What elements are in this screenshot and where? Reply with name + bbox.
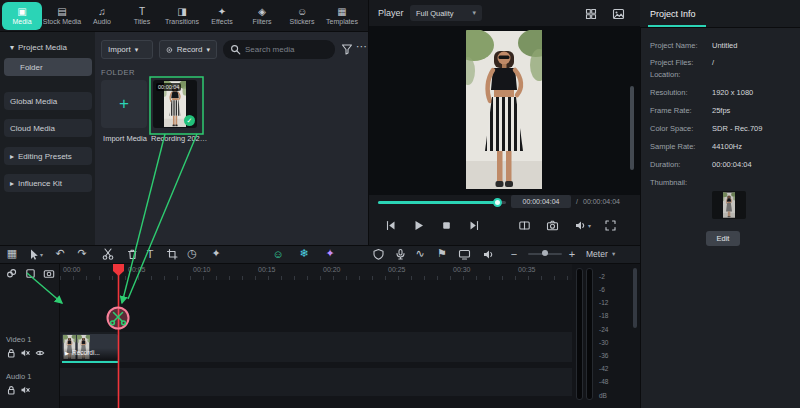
more-options-icon[interactable]: ⋯ (356, 40, 367, 53)
add-text-icon[interactable]: T (142, 246, 158, 261)
player-quality-dropdown[interactable]: Full Quality ▾ (410, 5, 482, 21)
magic-wand-icon[interactable]: ✦ (208, 246, 224, 261)
meter-scale-label: -24 (599, 326, 608, 333)
meter-scale-label: -6 (599, 286, 605, 293)
chevron-down-icon: ▾ (206, 46, 210, 54)
lock-track-icon[interactable] (6, 348, 16, 358)
chevron-down-icon[interactable]: ▾ (612, 250, 615, 258)
tab-label: Audio (93, 18, 111, 25)
export-frame-icon[interactable] (458, 248, 471, 261)
video-track-label: Video 1 (6, 335, 31, 344)
field-value: Untitled (712, 41, 737, 50)
lock-track-icon[interactable] (6, 385, 16, 395)
seek-bar-handle[interactable] (493, 198, 502, 207)
field-label: Location: (650, 70, 680, 79)
ruler-label: 00:15 (258, 266, 276, 273)
preview-image-icon[interactable] (612, 8, 625, 20)
meter-scale-label: -2 (599, 273, 605, 280)
step-backward-button[interactable] (384, 219, 397, 232)
mute-track-icon[interactable] (20, 385, 31, 395)
sidebar-item-folder[interactable]: Folder (4, 58, 92, 76)
microphone-icon[interactable] (394, 248, 407, 261)
filter-icon[interactable] (341, 43, 353, 55)
redo-icon[interactable]: ↷ (74, 246, 90, 261)
tab-filters[interactable]: ◈Filters (242, 2, 282, 30)
chevron-right-icon: ▸ (10, 179, 14, 188)
field-label: Sample Rate: (650, 142, 695, 151)
audio-track-lane[interactable] (60, 368, 572, 396)
undo-icon[interactable]: ↶ (52, 246, 68, 261)
ruler-label: 00:35 (518, 266, 536, 273)
meter-scale-label: -18 (599, 312, 608, 319)
crop-icon[interactable] (166, 248, 178, 260)
snapshot-camera-icon[interactable] (546, 219, 559, 232)
ruler-label: 00:10 (193, 266, 211, 273)
folder-heading: FOLDER (101, 68, 135, 77)
project-info-title[interactable]: Project Info (650, 9, 696, 19)
fullscreen-icon[interactable] (604, 219, 617, 232)
chevron-right-icon: ▸ (10, 152, 14, 161)
tab-stock-media[interactable]: ▤Stock Media (42, 2, 82, 30)
zoom-slider-handle[interactable] (542, 250, 548, 256)
field-value: 1920 x 1080 (712, 88, 753, 97)
meter-dropdown[interactable]: Meter (586, 249, 608, 259)
sidebar-item-cloud-media[interactable]: Cloud Media (4, 119, 92, 137)
edit-button[interactable]: Edit (706, 231, 740, 246)
sidebar-item-influence-kit[interactable]: ▸Influence Kit (4, 174, 92, 192)
split-view-icon[interactable] (585, 8, 597, 20)
sticker-emoji-icon[interactable]: ☺ (270, 246, 286, 261)
zoom-out-icon[interactable]: − (506, 246, 522, 261)
sidebar-item-label: Cloud Media (10, 124, 55, 133)
mask-shield-icon[interactable] (372, 248, 385, 260)
tab-audio[interactable]: ♫Audio (82, 2, 122, 30)
chevron-down-icon[interactable]: ▾ (588, 222, 591, 229)
hide-track-eye-icon[interactable] (35, 349, 45, 357)
video-track-lane[interactable] (60, 332, 572, 362)
field-label: Project Name: (650, 41, 698, 50)
meter-scale-label: -48 (599, 378, 608, 385)
chevron-down-icon: ▾ (10, 43, 14, 52)
record-preview-icon[interactable] (43, 268, 55, 279)
audio-wave-icon[interactable]: ∿ (412, 246, 428, 261)
zoom-in-icon[interactable]: + (564, 246, 580, 261)
freeze-frame-icon[interactable]: ❄ (296, 246, 312, 261)
speed-icon[interactable]: ◷ (184, 246, 200, 261)
panel-scrollbar[interactable] (630, 86, 634, 170)
clip-selection-underline (62, 361, 118, 363)
media-item-thumbnail[interactable]: 00:00:04 ✓ (153, 80, 197, 128)
select-tool-icon[interactable] (27, 248, 39, 260)
sidebar-item-global-media[interactable]: Global Media (4, 92, 92, 110)
field-label: Frame Rate: (650, 106, 692, 115)
import-media-tile[interactable]: + (101, 80, 147, 128)
marker-flag-icon[interactable]: ⚑ (434, 246, 450, 261)
sidebar-item-project-media[interactable]: ▾Project Media (4, 38, 92, 56)
media-item-name[interactable]: Recording 2025... (151, 134, 209, 143)
link-clips-icon[interactable] (6, 268, 17, 279)
timeline-clip[interactable]: ▶ Recordi... (62, 334, 118, 360)
tab-templates[interactable]: ▦Templates (322, 2, 362, 30)
timeline-scrollbar[interactable] (633, 268, 637, 328)
tab-media[interactable]: ▣Media (2, 2, 42, 30)
mute-track-icon[interactable] (20, 348, 31, 358)
timeline-speaker-icon[interactable] (482, 248, 495, 261)
track-box-icon[interactable] (25, 268, 36, 279)
import-button[interactable]: Import▾ (101, 40, 153, 59)
compare-view-icon[interactable] (518, 219, 531, 232)
delete-icon[interactable] (126, 248, 138, 260)
tab-transitions[interactable]: ◨Transitions (162, 2, 202, 30)
track-layout-icon[interactable]: ▦ (4, 246, 20, 261)
speaker-icon[interactable] (574, 219, 587, 232)
record-button[interactable]: Record▾ (159, 40, 217, 59)
play-button[interactable] (412, 219, 425, 232)
chevron-down-icon[interactable]: ▾ (40, 251, 43, 258)
tab-stickers[interactable]: ☺Stickers (282, 2, 322, 30)
stop-button[interactable] (440, 219, 453, 232)
split-scissors-icon[interactable] (102, 248, 114, 260)
tab-titles[interactable]: TTitles (122, 2, 162, 30)
tab-effects[interactable]: ✦Effects (202, 2, 242, 30)
step-forward-button[interactable] (468, 219, 481, 232)
search-box[interactable] (223, 40, 335, 59)
search-input[interactable] (245, 45, 327, 54)
ai-sparkle-icon[interactable]: ✦ (322, 246, 338, 261)
sidebar-item-editing-presets[interactable]: ▸Editing Presets (4, 147, 92, 165)
